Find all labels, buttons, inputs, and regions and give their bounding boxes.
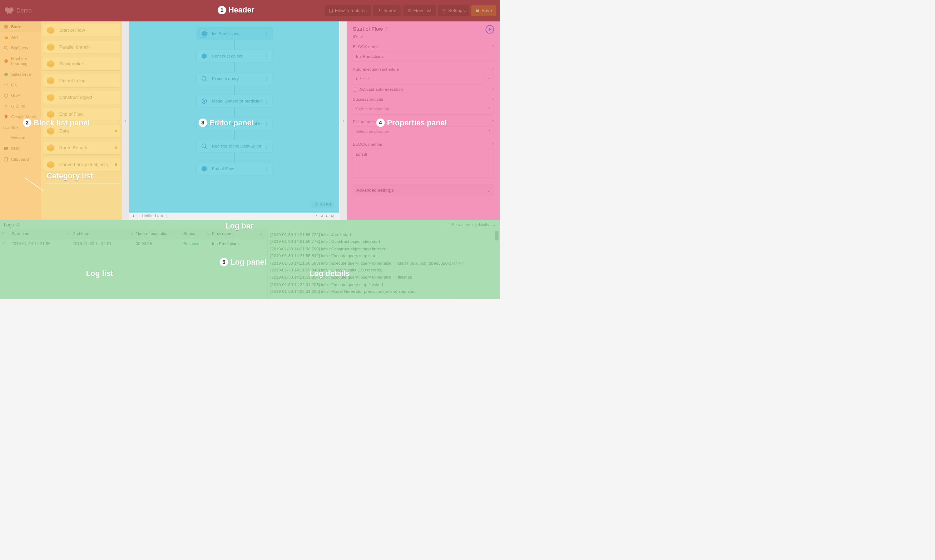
node-menu-icon[interactable]: ⋮: [263, 121, 270, 126]
help-icon[interactable]: ?: [492, 97, 494, 102]
help-icon[interactable]: ?: [492, 87, 494, 91]
block-item[interactable]: Parallel branch: [43, 40, 120, 53]
log-detail-pane[interactable]: [2019-01-30 14:21:56.722] info : Job-1 s…: [267, 229, 500, 299]
block-item[interactable]: Route Search: [43, 141, 120, 154]
activate-checkbox-row: Activate auto-execution ?: [353, 87, 494, 92]
category-clipboard[interactable]: Clipboard: [0, 154, 41, 165]
flow-list-button[interactable]: Flow List: [403, 5, 436, 16]
chevron-down-icon[interactable]: ⌄: [491, 222, 496, 228]
cube-icon: [3, 24, 9, 29]
node-menu-icon[interactable]: ⋮: [263, 54, 270, 59]
collapse-left-handle[interactable]: ‹: [122, 22, 129, 220]
category-sns[interactable]: SNS: [0, 143, 41, 154]
sort-icon[interactable]: ⇅: [68, 232, 70, 235]
select-all-checkbox[interactable]: [3, 232, 5, 235]
scrollbar-thumb[interactable]: [495, 231, 498, 241]
log-header-start[interactable]: Start time⇅: [11, 231, 73, 237]
log-header-flow[interactable]: Flow name⇅: [212, 231, 264, 237]
tab-nav: ⎸◂ ◂ ▸ ▸⎸: [312, 213, 340, 218]
category-gcp[interactable]: GCP: [0, 90, 41, 101]
add-tab-button[interactable]: +: [129, 212, 138, 218]
node-label: Register to the Data Editor: [212, 143, 263, 149]
collapse-right-handle[interactable]: ›: [340, 22, 347, 220]
save-button[interactable]: Save: [471, 5, 497, 16]
settings-button[interactable]: Settings: [438, 5, 469, 16]
stack-icon: [314, 203, 318, 207]
advanced-settings-toggle[interactable]: Advanced settings⌄: [353, 184, 494, 196]
id-row: ID:: [353, 34, 494, 39]
help-icon[interactable]: ?: [384, 26, 387, 32]
category-api[interactable]: API: [0, 32, 41, 43]
flow-templates-button[interactable]: Flow Templates: [324, 5, 371, 16]
chat-icon: [3, 146, 9, 151]
block-item[interactable]: Start of Flow: [43, 23, 120, 37]
annotation-editor: 3Editor panel: [199, 118, 253, 127]
tab-menu-icon[interactable]: ⋮: [165, 213, 169, 218]
tab-last-icon[interactable]: ▸⎸: [331, 213, 337, 218]
annotation-line: [46, 183, 121, 184]
activate-checkbox[interactable]: [353, 88, 357, 92]
node-menu-icon[interactable]: ⋮: [263, 143, 270, 149]
log-header-status[interactable]: Status⇅: [184, 231, 212, 237]
cube-icon: [46, 42, 56, 52]
block-label: Parallel branch: [59, 44, 90, 50]
memos-textarea[interactable]: [353, 149, 494, 177]
gear-icon: [442, 9, 446, 13]
editor-tab[interactable]: Untitled tab⋮: [138, 211, 173, 220]
category-bigquery[interactable]: BigQuery: [0, 43, 41, 54]
log-row[interactable]: 2019-01-30 14:21:56 2019-01-30 14:22:01 …: [0, 238, 267, 249]
block-item[interactable]: Slack notice: [43, 57, 120, 70]
category-gsuite[interactable]: GG Suite: [0, 101, 41, 112]
import-button[interactable]: Import: [373, 5, 401, 16]
flow-node[interactable]: Model Generator prediction⋮: [196, 95, 273, 108]
flow-node[interactable]: Construct object⋮: [196, 50, 273, 63]
category-watson[interactable]: Watson: [0, 132, 41, 143]
block-item[interactable]: Convert array of objects: [43, 158, 120, 171]
block-label: Data: [59, 128, 69, 134]
failure-select[interactable]: Select destination: [353, 126, 494, 137]
node-menu-icon[interactable]: ⋮: [263, 166, 270, 171]
sort-icon[interactable]: ⇅: [260, 232, 262, 235]
annotation-logbar: Log bar: [225, 222, 253, 230]
refresh-icon[interactable]: [16, 223, 20, 227]
sort-icon[interactable]: ⇅: [131, 232, 133, 235]
svg-point-9: [7, 84, 8, 85]
category-basic[interactable]: Basic: [0, 22, 41, 32]
node-menu-icon[interactable]: ⋮: [263, 31, 270, 37]
node-icon: [199, 142, 209, 151]
show-errors-checkbox[interactable]: [448, 223, 451, 226]
category-salesforce[interactable]: Salesforce: [0, 69, 41, 80]
row-checkbox[interactable]: [3, 243, 5, 245]
category-gn[interactable]: GN: [0, 80, 41, 90]
run-button[interactable]: [485, 25, 494, 34]
flow-node[interactable]: Register to the Data Editor⋮: [196, 140, 273, 152]
help-icon[interactable]: ?: [492, 67, 494, 71]
block-name-input[interactable]: [353, 51, 494, 62]
node-menu-icon[interactable]: ⋮: [263, 98, 270, 104]
tab-next-icon[interactable]: ▸: [326, 213, 328, 218]
success-select[interactable]: Select destination: [353, 104, 494, 115]
save-icon: [475, 9, 480, 13]
node-menu-icon[interactable]: ⋮: [263, 76, 270, 82]
svg-line-36: [205, 80, 207, 81]
flow-node[interactable]: Iris Predictions⋮: [196, 27, 273, 40]
log-line: [2019-01-30 14:21:56.722] info : Job-1 s…: [270, 231, 497, 238]
category-ml[interactable]: Machine Learning: [0, 54, 41, 69]
annotation-header: 1Header: [218, 6, 254, 14]
edit-icon[interactable]: [360, 35, 364, 39]
flow-node[interactable]: Execute query⋮: [196, 72, 273, 85]
log-header-duration[interactable]: Time of execution: [136, 231, 184, 237]
tab-prev-icon[interactable]: ◂: [321, 213, 322, 218]
help-icon[interactable]: ?: [492, 45, 494, 49]
sort-icon[interactable]: ⇅: [207, 232, 209, 235]
block-item[interactable]: Construct object: [43, 91, 120, 103]
tab-first-icon[interactable]: ⎸◂: [312, 213, 317, 218]
help-icon[interactable]: ?: [492, 120, 494, 124]
flow-node[interactable]: End of Flow⋮: [196, 162, 273, 175]
log-header-end[interactable]: End time⇅: [73, 231, 136, 237]
block-item[interactable]: Output to log: [43, 74, 120, 87]
svg-point-2: [444, 10, 444, 11]
schedule-input[interactable]: [353, 74, 484, 84]
help-icon[interactable]: ?: [492, 142, 494, 146]
schedule-expand-button[interactable]: ^: [484, 74, 494, 84]
